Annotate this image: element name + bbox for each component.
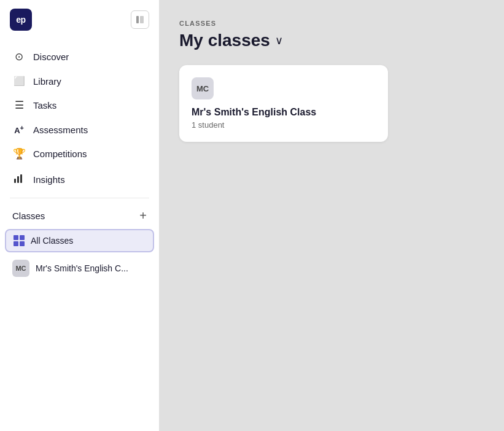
sidebar-item-label: Library bbox=[33, 76, 61, 87]
library-icon: ⬜ bbox=[12, 76, 26, 87]
sidebar-item-all-classes[interactable]: All Classes bbox=[5, 229, 154, 252]
sidebar-item-label: Insights bbox=[33, 174, 65, 185]
discover-icon: ⊙ bbox=[12, 50, 26, 63]
svg-rect-4 bbox=[20, 174, 22, 183]
sidebar-item-assessments[interactable]: A+ Assessments bbox=[0, 118, 159, 141]
sidebar-item-insights[interactable]: Insights bbox=[0, 166, 159, 193]
classes-section-header: Classes + bbox=[0, 203, 159, 228]
page-title-dropdown[interactable]: ∨ bbox=[275, 34, 283, 47]
classes-label: Classes bbox=[12, 211, 45, 221]
class-item-label: Mr's Smith's English C... bbox=[36, 263, 128, 273]
svg-rect-3 bbox=[17, 176, 19, 183]
tasks-icon: ☰ bbox=[12, 99, 26, 112]
sidebar-item-mr-smiths-class[interactable]: MC Mr's Smith's English C... bbox=[0, 254, 159, 283]
page-title-row: My classes ∨ bbox=[179, 31, 484, 50]
all-classes-label: All Classes bbox=[31, 236, 73, 246]
nav-divider bbox=[10, 198, 149, 198]
section-label: CLASSES bbox=[179, 20, 484, 27]
add-class-button[interactable]: + bbox=[139, 209, 147, 222]
svg-rect-1 bbox=[140, 16, 144, 23]
class-card-students: 1 student bbox=[192, 120, 376, 130]
sidebar-nav: ⊙ Discover ⬜ Library ☰ Tasks A+ Assessme… bbox=[0, 39, 159, 431]
class-badge-mc: MC bbox=[12, 260, 29, 277]
sidebar-item-label: Tasks bbox=[33, 100, 56, 111]
sidebar-header: ep bbox=[0, 0, 159, 39]
collapse-sidebar-button[interactable] bbox=[131, 10, 149, 29]
logo: ep bbox=[10, 9, 32, 31]
all-classes-grid-icon bbox=[14, 235, 25, 246]
class-card-name: Mr's Smith's English Class bbox=[192, 107, 376, 118]
insights-icon bbox=[12, 173, 26, 187]
svg-rect-2 bbox=[14, 179, 16, 183]
sidebar-item-label: Discover bbox=[33, 52, 69, 62]
assessments-icon: A+ bbox=[12, 124, 26, 135]
sidebar: ep ⊙ Discover ⬜ Library ☰ Tasks A+ Asses… bbox=[0, 0, 160, 431]
sidebar-item-library[interactable]: ⬜ Library bbox=[0, 69, 159, 93]
main-content: CLASSES My classes ∨ MC Mr's Smith's Eng… bbox=[160, 0, 504, 431]
sidebar-item-discover[interactable]: ⊙ Discover bbox=[0, 44, 159, 69]
sidebar-item-competitions[interactable]: 🏆 Competitions bbox=[0, 141, 159, 166]
competitions-icon: 🏆 bbox=[12, 147, 26, 160]
page-title: My classes bbox=[179, 31, 270, 50]
sidebar-item-label: Assessments bbox=[33, 125, 88, 135]
sidebar-item-tasks[interactable]: ☰ Tasks bbox=[0, 93, 159, 118]
class-card[interactable]: MC Mr's Smith's English Class 1 student bbox=[179, 65, 388, 142]
svg-rect-0 bbox=[136, 16, 139, 23]
sidebar-item-label: Competitions bbox=[33, 149, 87, 159]
class-card-badge: MC bbox=[192, 77, 214, 99]
classes-section: Classes + All Classes MC Mr's Smith's En… bbox=[0, 203, 159, 288]
